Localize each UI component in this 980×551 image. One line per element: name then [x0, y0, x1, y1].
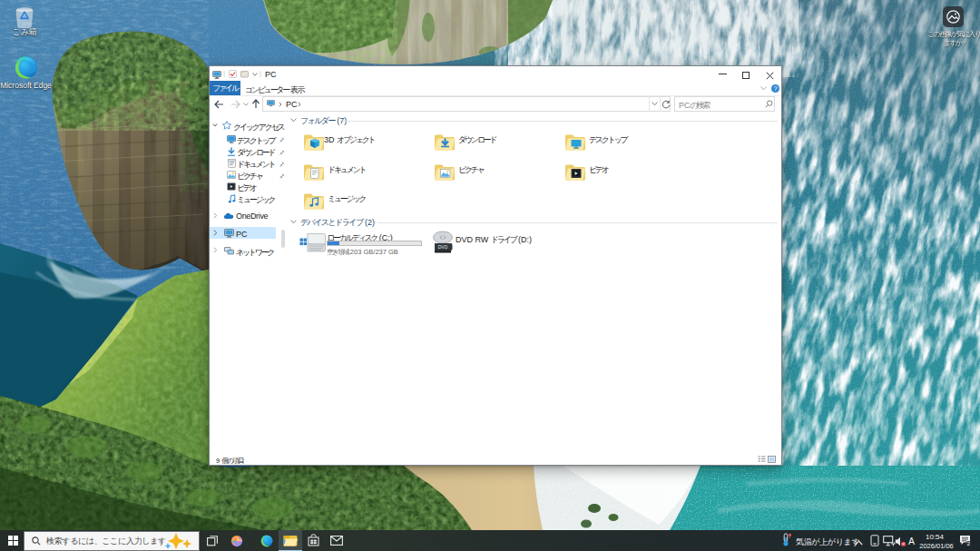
svg-text:2: 2	[967, 541, 970, 546]
svg-text:DVD: DVD	[438, 244, 448, 250]
